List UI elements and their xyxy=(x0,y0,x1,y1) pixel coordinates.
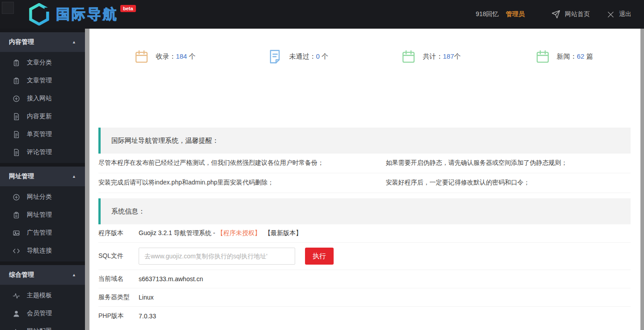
sidebar-item-label: 广告管理 xyxy=(27,229,52,237)
sidebar-item-single-page[interactable]: 单页管理 xyxy=(0,125,85,143)
sidebar-item-label: 网址管理 xyxy=(27,211,52,219)
sidebar-item-label: 会员管理 xyxy=(27,309,52,317)
sidebar-item-label: 文章分类 xyxy=(27,59,52,67)
sidebar-item-label: 评论管理 xyxy=(27,148,52,156)
sidebar-item-ad-management[interactable]: 广告管理 xyxy=(0,224,85,242)
sidebar-item-nav-link[interactable]: 导航连接 xyxy=(0,242,85,260)
sidebar-section-content-management[interactable]: 内容管理 ▲ xyxy=(0,32,85,52)
unauthorized-badge[interactable]: 【程序未授权】 xyxy=(217,229,261,236)
info-label: SQL文件 xyxy=(98,252,139,260)
sidebar-item-label: 主题模板 xyxy=(27,291,52,300)
stat-value[interactable]: 62 xyxy=(577,52,585,60)
sidebar-item-label: 网站配置 xyxy=(27,327,52,330)
sidebar-group: 主题模板 会员管理 网站配置 其他配置 xyxy=(0,285,85,330)
logout-link[interactable]: 退出 xyxy=(607,10,631,18)
stat-label: 收录： xyxy=(156,52,176,60)
calendar-icon xyxy=(134,49,149,64)
sidebar-group: 网址分类 网址管理 广告管理 导航连接 xyxy=(0,186,85,261)
stat-not-passed: 未通过：0 个 xyxy=(232,49,365,64)
stat-value[interactable]: 187 xyxy=(443,52,454,60)
system-info-title: 系统信息： xyxy=(111,207,145,216)
program-version-value: Guojiz 3.2.1 导航管理系统 -【程序未授权】【最新版本】 xyxy=(139,229,302,237)
page-scrollbar[interactable] xyxy=(640,29,644,330)
latest-version-link[interactable]: 【最新版本】 xyxy=(264,229,302,236)
sidebar-group: 文章分类 文章管理 接入网站 内容更新 单页管理 评论管理 xyxy=(0,52,85,163)
reminder-banner: 国际网址导航管理系统，温馨提醒： xyxy=(98,128,631,154)
clipboard-icon xyxy=(13,59,20,67)
stat-label: 新闻： xyxy=(557,52,577,60)
top-bar: 国际导航 beta 918回忆 管理员 网站首页 退出 xyxy=(0,0,644,29)
logout-label: 退出 xyxy=(619,10,631,18)
triangle-up-icon: ▲ xyxy=(72,40,76,44)
section-label: 网址管理 xyxy=(9,172,34,180)
sidebar-item-article-category[interactable]: 文章分类 xyxy=(0,54,85,72)
sidebar-item-label: 接入网站 xyxy=(27,94,52,103)
stat-unit: 个 xyxy=(320,52,328,60)
image-icon xyxy=(13,229,20,237)
logo-hexagon-icon xyxy=(29,3,50,26)
stat-total: 共计：187个 xyxy=(364,49,498,64)
triangle-up-icon: ▲ xyxy=(72,273,76,277)
tips-row: 安装完成后请可以将index.php和admin.php里面安装代码删除； 安装… xyxy=(98,173,631,193)
sidebar-item-member-management[interactable]: 会员管理 xyxy=(0,304,85,322)
server-type-value: Linux xyxy=(139,294,153,301)
triangle-up-icon: ▲ xyxy=(72,174,76,179)
stat-value[interactable]: 0 xyxy=(316,52,319,60)
sidebar-item-label: 文章管理 xyxy=(27,77,52,85)
file-text-icon xyxy=(13,113,20,120)
clipboard-icon xyxy=(13,211,20,219)
sql-url-input[interactable] xyxy=(139,248,295,265)
sidebar-scrollbar[interactable] xyxy=(85,29,89,330)
system-info-banner: 系统信息： xyxy=(98,198,631,224)
stat-news: 新闻：62 篇 xyxy=(498,49,631,64)
code-icon xyxy=(13,247,20,255)
app-logo[interactable]: 国际导航 beta xyxy=(29,3,136,26)
sidebar-item-url-management[interactable]: 网址管理 xyxy=(0,206,85,224)
sidebar-item-site-config[interactable]: 网站配置 xyxy=(0,322,85,330)
tip-text: 安装完成后请可以将index.php和admin.php里面安装代码删除； xyxy=(98,179,386,187)
menu-toggle-button[interactable] xyxy=(2,2,14,14)
sidebar-item-article-management[interactable]: 文章管理 xyxy=(0,72,85,90)
calendar-icon xyxy=(401,49,416,64)
section-label: 内容管理 xyxy=(9,38,34,46)
row-current-domain: 当前域名 s6637133.m.awhost.cn xyxy=(98,270,631,288)
sidebar-item-url-category[interactable]: 网址分类 xyxy=(0,188,85,206)
paper-plane-icon xyxy=(551,10,560,19)
clipboard-icon xyxy=(13,77,20,85)
sidebar-item-label: 内容更新 xyxy=(27,112,52,120)
beta-badge: beta xyxy=(120,5,136,12)
pulse-icon xyxy=(13,292,20,300)
row-php-version: PHP版本 7.0.33 xyxy=(98,307,631,325)
stat-unit: 篇 xyxy=(585,52,593,60)
close-icon xyxy=(607,11,614,18)
stat-unit: 个 xyxy=(454,52,461,60)
sidebar-section-url-management[interactable]: 网址管理 ▲ xyxy=(0,167,85,186)
php-version-value: 7.0.33 xyxy=(139,313,156,320)
sidebar: 内容管理 ▲ 文章分类 文章管理 接入网站 内容更新 单页管理 评论管理 网址管… xyxy=(0,29,85,330)
sidebar-item-connect-site[interactable]: 接入网站 xyxy=(0,90,85,107)
execute-button[interactable]: 执行 xyxy=(305,248,334,265)
stat-label: 未通过： xyxy=(289,52,316,60)
stat-value[interactable]: 184 xyxy=(176,52,187,60)
info-label: 当前域名 xyxy=(98,275,139,283)
sidebar-section-general-management[interactable]: 综合管理 ▲ xyxy=(0,265,85,285)
sidebar-item-content-update[interactable]: 内容更新 xyxy=(0,107,85,125)
tips-row: 尽管本程序在发布前已经经过严格测试，但我们依然强烈建议各位用户时常备份； 如果需… xyxy=(98,154,631,173)
stat-text: 收录：184 个 xyxy=(156,52,195,61)
reminder-title: 国际网址导航管理系统，温馨提醒： xyxy=(111,137,219,145)
sidebar-item-theme-template[interactable]: 主题模板 xyxy=(0,287,85,304)
site-home-label: 网站首页 xyxy=(565,10,590,18)
info-label: 程序版本 xyxy=(98,229,139,237)
sidebar-item-label: 网址分类 xyxy=(27,193,52,201)
tip-text: 安装好程序后，一定要记得修改默认的密码和口令； xyxy=(386,179,631,187)
stat-included: 收录：184 个 xyxy=(98,49,232,64)
sidebar-item-comment-management[interactable]: 评论管理 xyxy=(0,143,85,161)
plus-circle-icon xyxy=(13,193,20,201)
admin-role-link[interactable]: 管理员 xyxy=(506,10,525,18)
row-server-type: 服务器类型 Linux xyxy=(98,288,631,307)
sidebar-item-label: 单页管理 xyxy=(27,130,52,138)
version-text: Guojiz 3.2.1 导航管理系统 - xyxy=(139,229,215,236)
file-text-icon xyxy=(13,131,20,138)
info-label: 服务器类型 xyxy=(98,293,139,301)
site-home-link[interactable]: 网站首页 xyxy=(551,10,590,19)
